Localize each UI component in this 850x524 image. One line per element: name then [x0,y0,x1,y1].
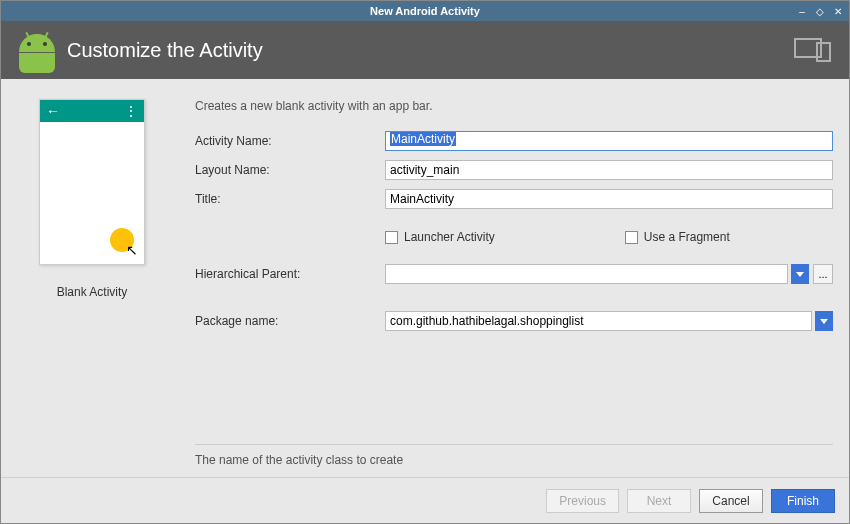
layout-name-label: Layout Name: [195,163,385,177]
hierarchical-parent-label: Hierarchical Parent: [195,267,385,281]
banner-title: Customize the Activity [67,39,263,62]
svg-rect-1 [817,43,830,61]
template-preview[interactable]: ← ⋮ ↖ [39,99,145,265]
cursor-arrow-icon: ↖ [126,242,138,258]
finish-button[interactable]: Finish [771,489,835,513]
activity-name-label: Activity Name: [195,134,385,148]
close-button[interactable]: ✕ [831,4,845,18]
chevron-down-icon [820,319,828,324]
back-arrow-icon: ← [46,103,60,119]
title-input[interactable] [385,189,833,209]
android-logo-icon [17,30,57,70]
overflow-menu-icon: ⋮ [124,103,138,119]
maximize-button[interactable]: ◇ [813,4,827,18]
next-button: Next [627,489,691,513]
cancel-button[interactable]: Cancel [699,489,763,513]
hierarchical-parent-combo[interactable] [385,264,788,284]
minimize-button[interactable]: – [795,4,809,18]
launcher-activity-label: Launcher Activity [404,230,495,244]
hierarchical-parent-dropdown-button[interactable] [791,264,809,284]
use-fragment-label: Use a Fragment [644,230,730,244]
wizard-footer: Previous Next Cancel Finish [1,477,849,523]
activity-name-input[interactable]: MainActivity [385,131,833,151]
use-fragment-checkbox[interactable] [625,231,638,244]
chevron-down-icon [796,272,804,277]
package-name-dropdown-button[interactable] [815,311,833,331]
package-name-combo[interactable]: com.github.hathibelagal.shoppinglist [385,311,812,331]
wizard-description: Creates a new blank activity with an app… [195,99,833,113]
package-name-label: Package name: [195,314,385,328]
device-preview-icon [793,35,833,66]
help-text: The name of the activity class to create [195,453,833,467]
launcher-activity-checkbox[interactable] [385,231,398,244]
hierarchical-parent-browse-button[interactable]: ... [813,264,833,284]
window-titlebar: New Android Activity – ◇ ✕ [1,1,849,21]
title-label: Title: [195,192,385,206]
layout-name-input[interactable] [385,160,833,180]
window-title: New Android Activity [370,5,480,17]
divider [195,444,833,445]
template-name-label: Blank Activity [57,285,128,299]
previous-button: Previous [546,489,619,513]
wizard-banner: Customize the Activity [1,21,849,79]
